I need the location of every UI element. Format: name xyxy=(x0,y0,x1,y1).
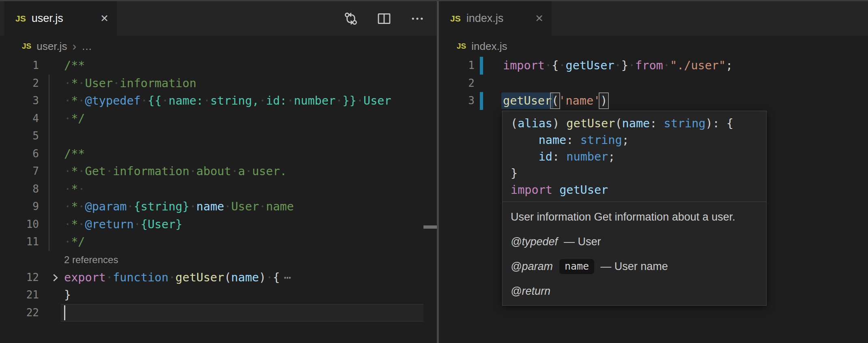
token: getUser xyxy=(559,183,608,197)
token: ⋯ xyxy=(284,271,291,284)
code-editor-index-js[interactable]: 1import·{·getUser·}·from·"./user";23getU… xyxy=(439,57,868,110)
token: · xyxy=(189,200,196,213)
code-line-5[interactable]: 5 xyxy=(0,127,437,145)
code-line-3[interactable]: 3·*·@typedef·{{·name:·string,·id:·number… xyxy=(0,92,437,110)
line-number[interactable]: 12 xyxy=(0,269,39,287)
editor-group-sash[interactable] xyxy=(437,0,439,343)
code-line-3[interactable]: 3getUser('name') xyxy=(439,92,868,110)
line-number[interactable]: 22 xyxy=(0,304,39,322)
modified-line-indicator xyxy=(480,57,483,75)
whitespace-dot: · xyxy=(287,94,294,107)
token: · xyxy=(106,271,113,284)
token: getUser xyxy=(566,117,615,130)
line-number[interactable]: 3 xyxy=(0,92,39,110)
token: · xyxy=(628,59,635,72)
token: { xyxy=(726,117,733,130)
hover-code-line: name: string; xyxy=(511,132,758,148)
tab-user-js[interactable]: JS user.js ✕ xyxy=(4,1,117,36)
codelens-references[interactable]: 2 references xyxy=(64,251,118,269)
line-number[interactable]: 6 xyxy=(0,145,39,163)
line-content: getUser('name') xyxy=(503,92,607,110)
token: getUser xyxy=(176,271,224,284)
token: ) xyxy=(552,117,559,130)
overview-ruler-cursor-mark xyxy=(423,225,437,229)
code-line-22[interactable]: 22 xyxy=(0,304,437,322)
token: 'name' xyxy=(559,94,600,107)
line-number[interactable]: 5 xyxy=(0,127,39,145)
line-number[interactable]: 1 xyxy=(0,57,39,75)
breadcrumb: JS index.js xyxy=(457,36,507,57)
token: ·*· xyxy=(64,218,85,231)
token: export xyxy=(64,271,106,284)
token: ) xyxy=(600,94,607,107)
code-line-11[interactable]: 11·*/ xyxy=(0,233,437,251)
jsdoc-tag-name: @typedef xyxy=(511,236,558,248)
token: {string} xyxy=(134,200,189,213)
code-line-2[interactable]: 2 xyxy=(439,75,868,92)
close-icon[interactable]: ✕ xyxy=(535,13,544,24)
code-line-9[interactable]: 9·*·@param·{string}·name·User·name xyxy=(0,198,437,216)
whitespace-dot: · xyxy=(78,218,85,231)
code-line-4[interactable]: 4·*/ xyxy=(0,110,437,128)
jsdoc-tag-row: @typedef— User xyxy=(511,236,758,248)
token: @return xyxy=(85,218,134,231)
whitespace-dot: · xyxy=(78,165,85,178)
line-number[interactable]: 3 xyxy=(439,92,475,110)
whitespace-dot: · xyxy=(64,235,71,249)
whitespace-dot: · xyxy=(203,94,210,107)
line-number[interactable]: 8 xyxy=(0,180,39,198)
breadcrumb-file[interactable]: index.js xyxy=(471,40,507,53)
code-line-21[interactable]: 21} xyxy=(0,286,437,304)
fold-chevron-icon[interactable] xyxy=(49,272,61,287)
whitespace-dot: · xyxy=(231,165,238,178)
line-number[interactable]: 2 xyxy=(439,75,475,92)
tab-index-js[interactable]: JS index.js ✕ xyxy=(439,1,552,36)
whitespace-dot: · xyxy=(545,59,552,72)
open-changes-icon[interactable] xyxy=(344,11,358,26)
line-number[interactable]: 9 xyxy=(0,198,39,216)
whitespace-dot: · xyxy=(168,271,175,284)
line-number[interactable]: 2 xyxy=(0,75,39,92)
more-actions-icon[interactable] xyxy=(410,11,425,26)
code-line-12[interactable]: 12export·function·getUser(name)·{⋯ xyxy=(0,269,437,287)
close-icon[interactable]: ✕ xyxy=(100,13,109,24)
code-line-6[interactable]: 6/** xyxy=(0,145,437,163)
split-editor-icon[interactable] xyxy=(377,11,391,26)
line-number[interactable]: 10 xyxy=(0,216,39,234)
token: @typedef xyxy=(85,94,141,107)
code-line-1[interactable]: 1/** xyxy=(0,57,437,75)
token: import xyxy=(511,183,552,197)
tab-bar-left: JS user.js ✕ xyxy=(0,0,437,36)
editor-actions xyxy=(344,1,425,36)
code-line-10[interactable]: 10·*·@return·{User} xyxy=(0,216,437,234)
line-number[interactable]: 21 xyxy=(0,286,39,304)
window-top-border xyxy=(0,0,868,1)
token xyxy=(657,117,664,130)
code-line-1[interactable]: 1import·{·getUser·}·from·"./user"; xyxy=(439,57,868,75)
breadcrumb-symbol[interactable]: … xyxy=(82,40,92,53)
code-line-2[interactable]: 2·*·User·information xyxy=(0,75,437,92)
line-number[interactable]: 4 xyxy=(0,110,39,128)
token: name xyxy=(196,200,224,213)
hover-code-line: id: number; xyxy=(511,148,758,165)
tab-label: index.js xyxy=(466,12,504,25)
line-number[interactable]: 11 xyxy=(0,233,39,251)
token: User·name xyxy=(231,200,294,213)
code-line-8[interactable]: 8·*· xyxy=(0,180,437,198)
hover-code-line: import getUser xyxy=(511,182,758,198)
jsdoc-tag-description: — User xyxy=(564,236,601,248)
line-number[interactable]: 1 xyxy=(439,57,475,75)
code-line-7[interactable]: 7·*·Get·information·about·a·user. xyxy=(0,163,437,180)
whitespace-dot: · xyxy=(64,94,71,107)
code-editor-user-js[interactable]: 1/**2·*·User·information3·*·@typedef·{{·… xyxy=(0,57,437,322)
editor-group-left: JS user.js ✕ xyxy=(0,0,437,343)
line-content: ·*·User·information xyxy=(64,75,196,92)
current-line-highlight xyxy=(61,304,423,322)
breadcrumb-file[interactable]: user.js xyxy=(37,40,67,53)
token: ·*· xyxy=(64,200,85,213)
line-number[interactable]: 7 xyxy=(0,163,39,180)
token: · xyxy=(224,200,231,213)
hover-documentation: User information Get information about a… xyxy=(503,202,766,298)
token: string xyxy=(664,117,706,130)
whitespace-dot: · xyxy=(189,165,196,178)
